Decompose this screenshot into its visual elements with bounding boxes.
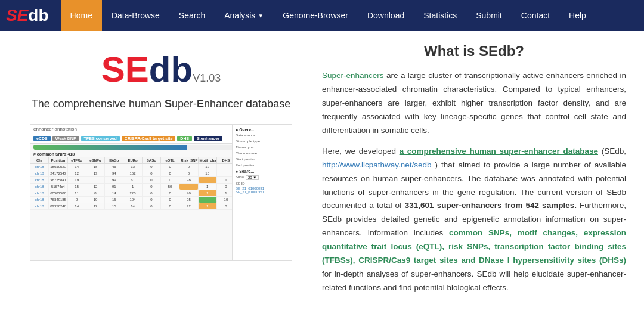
ss-cell: 104 [123, 197, 142, 203]
ss-cell: 0 [143, 197, 161, 203]
sedb-url-link[interactable]: http://www.licpathway.net/sedb [322, 160, 432, 169]
tagline: The comprehensive human Super-Enhancer d… [32, 96, 290, 112]
ss-rp-start-label: Start position: [236, 157, 289, 161]
ss-btn-senhancer: S.enhancer [194, 136, 222, 141]
nav-link-statistics[interactable]: Statistics [414, 0, 466, 31]
ss-cell: 82350248 [49, 203, 67, 209]
ss-cell: 18630523 [49, 164, 67, 170]
ss-cell: 0 [143, 184, 161, 190]
ss-cell: 0 [161, 170, 179, 176]
ss-cell: 99 [105, 177, 123, 183]
nav-link-help[interactable]: Help [559, 0, 596, 31]
ss-cell: 11 [68, 190, 86, 196]
nav-link-analysis[interactable]: Analysis ▼ [215, 0, 273, 31]
nav-item-databrowse[interactable]: Data-Browse [102, 0, 169, 31]
ss-progress-fill [33, 145, 187, 150]
chevron-down-icon: ▼ [258, 13, 264, 19]
ss-rp-seid-label: SE ID [236, 182, 289, 185]
left-panel: SE db V1.03 The comprehensive human Supe… [0, 31, 310, 332]
ss-btn-weakdnp: Weak DNP [52, 136, 79, 141]
ss-cell [179, 184, 198, 190]
ss-cell: 0 [161, 164, 179, 170]
nav-item-help[interactable]: Help [559, 0, 596, 31]
content-body: Super-enhancers are a large cluster of t… [322, 69, 626, 295]
ss-cell: 25 [179, 197, 198, 203]
nav-item-submit[interactable]: Submit [466, 0, 512, 31]
ss-cell: 61 [123, 177, 142, 183]
ss-cell: 94 [105, 170, 123, 176]
nav-link-search[interactable]: Search [169, 0, 215, 31]
ss-cell: 16 [199, 170, 217, 176]
para1: Super-enhancers are a large cluster of t… [322, 69, 626, 138]
ss-rp-search-title: ● Searc... [236, 169, 289, 173]
ss-cell: 220 [123, 190, 142, 196]
nav-link-genome-browser[interactable]: Genome-Browser [273, 0, 358, 31]
fake-screenshot: enhancer annotation eCDS Weak DNP TFBS c… [30, 125, 292, 260]
nav-link-home[interactable]: Home [61, 0, 102, 31]
nav-link-contact[interactable]: Contact [512, 0, 559, 31]
nav-item-download[interactable]: Download [358, 0, 414, 31]
nav-item-search[interactable]: Search [169, 0, 215, 31]
nav-link-download[interactable]: Download [358, 0, 414, 31]
comprehensive-db-link[interactable]: a comprehensive human super-enhancer dat… [400, 147, 598, 156]
ss-cell: chr18 [30, 203, 49, 209]
ss-cell: 14 [123, 203, 142, 209]
ss-col-easp: EASp [105, 157, 123, 163]
nav-item-analysis[interactable]: Analysis ▼ [215, 0, 273, 31]
ss-cell: 12 [86, 184, 105, 190]
ss-rp-show-label: Show [236, 175, 244, 179]
para2: Here, we developed a comprehensive human… [322, 145, 626, 295]
ss-col-sasp: SASp [143, 157, 161, 163]
ss-right-panel: ● Overv... Data source: Biosample type: … [232, 151, 292, 260]
ss-cell: 14 [68, 164, 86, 170]
ss-cell [86, 177, 105, 183]
ss-btn-ecds: eCDS [33, 136, 51, 141]
ss-cell: 15 [68, 184, 86, 190]
ss-btn-dhs: DHS [177, 136, 192, 141]
ss-cell: 1 [199, 203, 217, 209]
tagline-bold-d: d [246, 98, 252, 110]
nav-item-contact[interactable]: Contact [512, 0, 559, 31]
ss-cell: 15 [105, 197, 123, 203]
nav-item-home[interactable]: Home [61, 0, 102, 31]
ss-cell [199, 197, 217, 203]
nav-menu: Home Data-Browse Search Analysis ▼ Genom… [61, 0, 596, 31]
screenshot-box: enhancer annotation eCDS Weak DNP TFBS c… [30, 124, 292, 261]
para2-middle: (SEdb, [602, 147, 626, 156]
ss-rp-chr-label: Chromosome: [236, 151, 289, 155]
ss-cell: 12 [199, 164, 217, 170]
ss-cell: chr18 [30, 170, 49, 176]
nav-item-genome-browser[interactable]: Genome-Browser [273, 0, 358, 31]
ss-cell: 10 [86, 197, 105, 203]
ss-cell: 0 [161, 190, 179, 196]
ss-cell [199, 177, 217, 183]
right-panel: What is SEdb? Super-enhancers are a larg… [310, 31, 644, 332]
ss-cell: 0 [143, 190, 161, 196]
ss-col-etfrg: eTFRg [68, 157, 86, 163]
ss-col-esnpg: eSNPg [86, 157, 105, 163]
ss-cell: 14 [105, 190, 123, 196]
ss-cell: 14 [68, 203, 86, 209]
ss-cell: 46 [105, 164, 123, 170]
ss-col-risk: Risk_SNP [179, 157, 198, 163]
ss-cell: 38 [179, 177, 198, 183]
ss-cell: 19 [68, 177, 86, 183]
ss-cell: 0 [143, 170, 161, 176]
ss-cell: 24172543 [49, 170, 67, 176]
ss-cell: 36725841 [49, 177, 67, 183]
brand-logo[interactable]: SE db [6, 6, 49, 25]
ss-cell: 0 [179, 164, 198, 170]
ss-col-motif: Motif_changed [199, 157, 217, 163]
super-enhancers-link[interactable]: Super-enhancers [322, 71, 384, 80]
nav-link-submit[interactable]: Submit [466, 0, 512, 31]
ss-cell: 50 [161, 184, 179, 190]
nav-item-statistics[interactable]: Statistics [414, 0, 466, 31]
nav-link-databrowse[interactable]: Data-Browse [102, 0, 169, 31]
ss-col-eurp: EURp [123, 157, 142, 163]
logo-version: V1.03 [193, 72, 221, 85]
ss-rp-show-select[interactable]: 20 ▼ [246, 175, 259, 180]
ss-cell: chr18 [30, 164, 49, 170]
ss-cell: 0 [143, 203, 161, 209]
ss-cell: 0 [161, 177, 179, 183]
main-content: SE db V1.03 The comprehensive human Supe… [0, 31, 644, 332]
